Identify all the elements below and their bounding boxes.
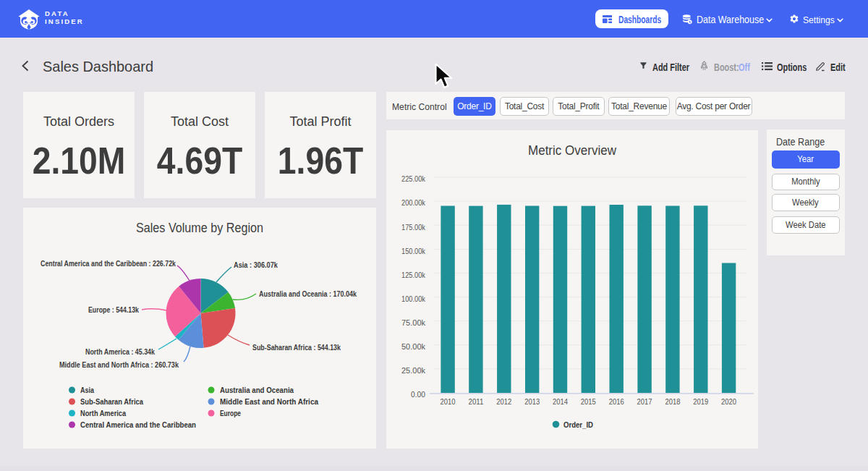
svg-text:2018: 2018 (665, 397, 680, 406)
svg-text:2011: 2011 (469, 397, 484, 406)
svg-text:2010: 2010 (441, 397, 456, 406)
svg-text:Europe : 544.13k: Europe : 544.13k (88, 305, 139, 314)
svg-text:Sub-Saharan Africa: Sub-Saharan Africa (80, 397, 144, 406)
svg-text:Central America and the Caribb: Central America and the Caribbean : 226.… (41, 259, 176, 268)
svg-text:Sub-Saharan Africa : 544.13k: Sub-Saharan Africa : 544.13k (252, 343, 341, 352)
svg-text:Asia : 306.07k: Asia : 306.07k (234, 260, 278, 269)
svg-text:North America : 45.34k: North America : 45.34k (85, 347, 155, 356)
svg-text:2017: 2017 (637, 397, 652, 406)
svg-text:North America: North America (80, 409, 127, 417)
svg-text:Order_ID: Order_ID (563, 420, 593, 429)
svg-text:Metric Overview: Metric Overview (528, 143, 616, 158)
svg-text:100.00k: 100.00k (401, 294, 426, 303)
svg-text:2020: 2020 (721, 397, 736, 406)
svg-text:Australia and Oceania: Australia and Oceania (220, 386, 294, 394)
svg-text:0.00: 0.00 (411, 390, 425, 399)
svg-text:2015: 2015 (581, 397, 596, 406)
svg-text:2019: 2019 (693, 397, 708, 406)
svg-text:Sales Volume by Region: Sales Volume by Region (136, 221, 263, 235)
svg-text:50.00k: 50.00k (401, 342, 426, 351)
svg-text:Middle East and North Africa: Middle East and North Africa (220, 397, 319, 406)
svg-text:Europe: Europe (220, 409, 241, 417)
svg-text:Central America and the Caribb: Central America and the Caribbean (80, 420, 196, 429)
svg-text:200.00k: 200.00k (401, 198, 426, 207)
svg-text:2013: 2013 (524, 397, 540, 406)
svg-text:25.00k: 25.00k (401, 366, 426, 375)
svg-text:Asia: Asia (80, 386, 95, 394)
svg-text:Middle East and North Africa :: Middle East and North Africa : 260.73k (59, 360, 179, 369)
svg-text:125.00k: 125.00k (401, 271, 426, 279)
svg-text:2012: 2012 (496, 397, 511, 406)
svg-text:75.00k: 75.00k (401, 318, 426, 327)
svg-text:175.00k: 175.00k (401, 223, 426, 232)
svg-text:2014: 2014 (553, 397, 568, 406)
svg-text:2016: 2016 (609, 397, 624, 406)
svg-text:150.00k: 150.00k (401, 247, 426, 255)
svg-text:225.00k: 225.00k (401, 174, 426, 183)
svg-text:Australia and Oceania : 170.04: Australia and Oceania : 170.04k (259, 289, 357, 298)
